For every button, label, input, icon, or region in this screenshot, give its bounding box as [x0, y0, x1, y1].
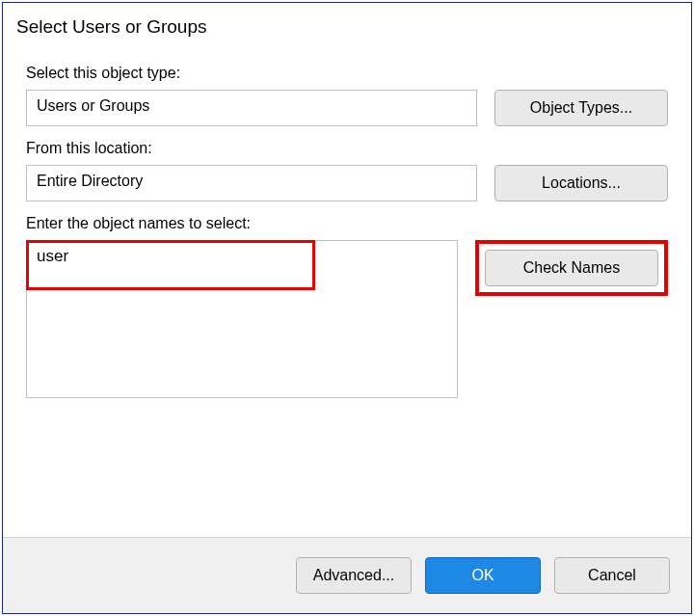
object-names-input[interactable]	[26, 240, 458, 398]
location-label: From this location:	[26, 140, 668, 157]
dialog-title: Select Users or Groups	[3, 3, 691, 45]
select-users-dialog: Select Users or Groups Select this objec…	[2, 2, 692, 614]
highlight-button-annotation: Check Names	[475, 240, 668, 296]
advanced-button[interactable]: Advanced...	[296, 557, 412, 594]
object-names-label: Enter the object names to select:	[26, 215, 668, 232]
dialog-body: Select this object type: Users or Groups…	[3, 45, 691, 411]
dialog-footer: Advanced... OK Cancel	[3, 537, 691, 613]
location-field: Entire Directory	[26, 165, 477, 201]
ok-button[interactable]: OK	[425, 557, 541, 594]
object-type-field: Users or Groups	[26, 90, 477, 126]
locations-button[interactable]: Locations...	[494, 165, 668, 201]
check-names-button[interactable]: Check Names	[485, 250, 658, 286]
object-type-label: Select this object type:	[26, 65, 668, 82]
object-types-button[interactable]: Object Types...	[494, 90, 668, 126]
cancel-button[interactable]: Cancel	[554, 557, 670, 594]
